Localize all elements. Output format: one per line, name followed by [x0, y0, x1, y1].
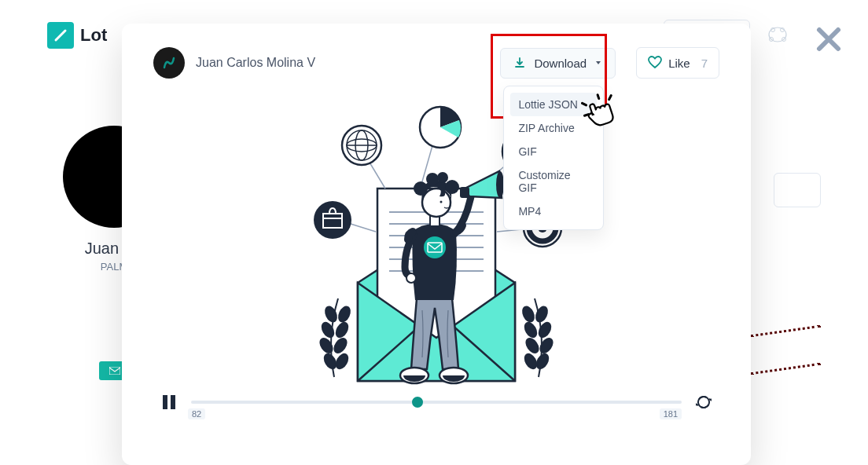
brand-name: Lot: [80, 25, 107, 46]
loop-icon: [696, 394, 712, 410]
svg-point-20: [523, 320, 539, 339]
svg-rect-62: [163, 395, 167, 409]
svg-point-21: [520, 305, 535, 323]
svg-point-61: [440, 201, 443, 203]
modal-header: Juan Carlos Molina V Download Lottie JSO…: [153, 47, 719, 79]
timeline-scrubber[interactable]: [191, 401, 682, 404]
animation-detail-modal: Juan Carlos Molina V Download Lottie JSO…: [122, 24, 751, 465]
svg-point-42: [314, 201, 351, 239]
dropdown-item-mp4[interactable]: MP4: [510, 200, 597, 223]
timeline-playhead[interactable]: [412, 397, 423, 408]
svg-point-59: [426, 173, 439, 185]
like-count: 7: [701, 57, 708, 70]
svg-point-14: [535, 352, 550, 370]
brand-logo-icon: [47, 22, 74, 49]
svg-point-56: [422, 189, 451, 217]
close-button[interactable]: [813, 24, 844, 55]
svg-point-6: [322, 352, 338, 370]
dropdown-item-lottie-json[interactable]: Lottie JSON: [510, 93, 597, 116]
svg-point-15: [538, 336, 554, 354]
svg-point-0: [769, 27, 786, 42]
svg-point-12: [334, 320, 350, 339]
svg-rect-54: [460, 187, 469, 198]
pause-button[interactable]: [160, 393, 178, 412]
svg-point-19: [524, 336, 540, 354]
bg-card-right: [774, 173, 821, 207]
svg-point-16: [537, 320, 553, 339]
svg-point-60: [437, 172, 448, 183]
current-frame-label: 82: [188, 408, 205, 419]
author-avatar[interactable]: [153, 47, 185, 79]
dropdown-item-gif[interactable]: GIF: [510, 140, 597, 163]
notification-icon[interactable]: [766, 24, 789, 45]
like-label: Like: [668, 57, 690, 70]
download-button[interactable]: Download: [500, 48, 616, 79]
svg-rect-5: [109, 367, 120, 375]
author-name[interactable]: Juan Carlos Molina V: [196, 56, 489, 70]
svg-point-10: [334, 352, 350, 370]
svg-point-7: [318, 336, 334, 354]
total-frames-label: 181: [660, 408, 682, 419]
bg-preview-right: [754, 314, 821, 389]
svg-point-52: [406, 273, 416, 283]
dropdown-item-customize-gif[interactable]: Customize GIF: [510, 163, 597, 200]
animation-preview: [153, 102, 719, 393]
svg-point-57: [414, 181, 428, 196]
animation-player-controls: 82 181: [153, 393, 719, 412]
chevron-down-icon: [594, 59, 602, 67]
svg-point-13: [337, 305, 351, 323]
loop-button[interactable]: [694, 393, 713, 412]
svg-point-18: [523, 352, 539, 370]
svg-point-58: [445, 180, 459, 194]
heart-icon: [648, 56, 662, 70]
pause-icon: [162, 394, 176, 410]
svg-point-11: [332, 336, 348, 354]
dropdown-item-zip[interactable]: ZIP Archive: [510, 116, 597, 140]
like-button[interactable]: Like 7: [636, 47, 719, 79]
download-icon: [513, 57, 526, 69]
svg-point-8: [320, 320, 336, 339]
download-label: Download: [534, 57, 587, 70]
download-area: Download Lottie JSON ZIP Archive GIF Cus…: [500, 48, 616, 79]
svg-rect-63: [171, 395, 175, 409]
svg-point-50: [424, 236, 446, 258]
download-dropdown: Lottie JSON ZIP Archive GIF Customize GI…: [503, 86, 604, 230]
